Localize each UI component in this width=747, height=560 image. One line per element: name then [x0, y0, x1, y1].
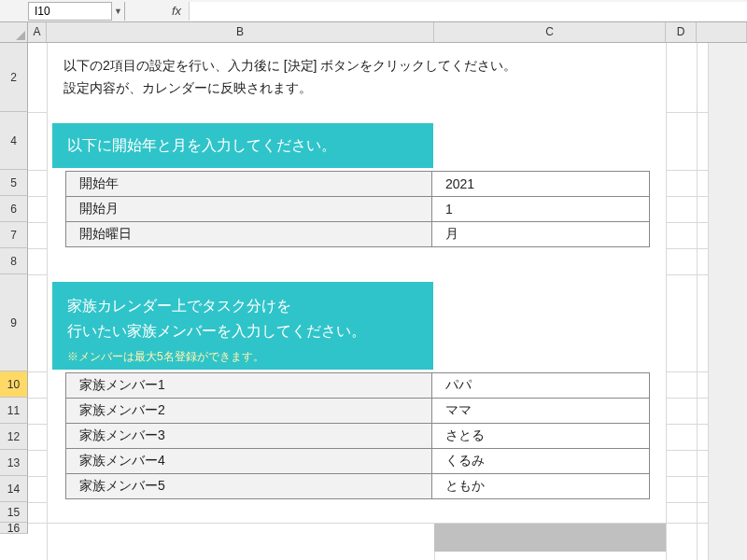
- column-header-b[interactable]: B: [47, 22, 434, 43]
- row-header-8[interactable]: 8: [0, 248, 28, 274]
- select-all-corner[interactable]: [0, 22, 28, 43]
- member2-value[interactable]: ママ: [432, 399, 650, 424]
- start-month-label: 開始月: [66, 197, 432, 222]
- member1-label: 家族メンバー1: [66, 373, 432, 399]
- row-header-10[interactable]: 10: [0, 371, 28, 398]
- row-header-14[interactable]: 14: [0, 476, 28, 502]
- instruction-line2: 設定内容が、カレンダーに反映されます。: [63, 80, 312, 97]
- right-margin: [708, 43, 747, 560]
- table-row: 家族メンバー4 くるみ: [66, 449, 650, 474]
- row-header-11[interactable]: 11: [0, 398, 28, 424]
- name-box[interactable]: I10: [28, 2, 112, 21]
- table-row: 開始月 1: [66, 197, 650, 222]
- section2-note: ※メンバーは最大5名登録ができます。: [67, 347, 418, 366]
- column-header-c[interactable]: C: [434, 22, 666, 43]
- column-header-blank[interactable]: [697, 22, 747, 43]
- row-header-4[interactable]: 4: [0, 112, 28, 170]
- formula-input[interactable]: [189, 2, 747, 21]
- row-header-16[interactable]: 16: [0, 523, 28, 534]
- table-row: 家族メンバー3 さとる: [66, 424, 650, 449]
- start-month-value[interactable]: 1: [432, 197, 650, 222]
- member5-label: 家族メンバー5: [66, 474, 432, 499]
- section2-heading: 家族カレンダー上でタスク分けを 行いたい家族メンバーを入力してください。 ※メン…: [52, 282, 433, 370]
- member3-label: 家族メンバー3: [66, 424, 432, 449]
- fx-label[interactable]: fx: [125, 4, 189, 18]
- family-members-table: 家族メンバー1 パパ 家族メンバー2 ママ 家族メンバー3 さとる 家族メンバー…: [65, 372, 650, 499]
- row-header-9[interactable]: 9: [0, 274, 28, 371]
- member4-value[interactable]: くるみ: [432, 449, 650, 474]
- start-year-label: 開始年: [66, 172, 432, 197]
- section2-heading-line2: 行いたい家族メンバーを入力してください。: [67, 323, 366, 339]
- row-headers: 2 4 5 6 7 8 9 10 11 12 13 14 15 16: [0, 43, 28, 560]
- cells-area[interactable]: 以下の2項目の設定を行い、入力後に [決定] ボタンをクリックしてください。 設…: [28, 43, 747, 560]
- member5-value[interactable]: ともか: [432, 474, 650, 499]
- row-header-12[interactable]: 12: [0, 424, 28, 450]
- row-header-15[interactable]: 15: [0, 502, 28, 523]
- member2-label: 家族メンバー2: [66, 399, 432, 424]
- member4-label: 家族メンバー4: [66, 449, 432, 474]
- row-header-5[interactable]: 5: [0, 170, 28, 196]
- start-dow-value[interactable]: 月: [432, 222, 650, 247]
- table-row: 開始曜日 月: [66, 222, 650, 247]
- table-row: 開始年 2021: [66, 172, 650, 197]
- start-dow-label: 開始曜日: [66, 222, 432, 247]
- row-header-13[interactable]: 13: [0, 450, 28, 476]
- member1-value[interactable]: パパ: [432, 373, 650, 399]
- table-row: 家族メンバー2 ママ: [66, 399, 650, 424]
- section1-heading: 以下に開始年と月を入力してください。: [52, 123, 433, 168]
- table-row: 家族メンバー1 パパ: [66, 373, 650, 399]
- member3-value[interactable]: さとる: [432, 424, 650, 449]
- column-header-d[interactable]: D: [666, 22, 697, 43]
- row-header-7[interactable]: 7: [0, 222, 28, 248]
- section2-heading-line1: 家族カレンダー上でタスク分けを: [67, 298, 291, 314]
- start-settings-table: 開始年 2021 開始月 1 開始曜日 月: [65, 171, 650, 247]
- row-header-6[interactable]: 6: [0, 196, 28, 222]
- spreadsheet-grid: A B C D 2 4 5 6 7 8 9 10 11 12 13 14: [0, 22, 747, 560]
- name-box-dropdown-icon[interactable]: ▼: [112, 2, 125, 21]
- column-header-a[interactable]: A: [28, 22, 47, 43]
- formula-bar: I10 ▼ fx: [0, 0, 747, 22]
- section1-heading-text: 以下に開始年と月を入力してください。: [67, 137, 336, 153]
- instruction-line1: 以下の2項目の設定を行い、入力後に [決定] ボタンをクリックしてください。: [63, 58, 516, 75]
- gray-strip: [434, 524, 666, 552]
- row-header-2[interactable]: 2: [0, 43, 28, 112]
- start-year-value[interactable]: 2021: [432, 172, 650, 197]
- table-row: 家族メンバー5 ともか: [66, 474, 650, 499]
- column-headers: A B C D: [28, 22, 747, 43]
